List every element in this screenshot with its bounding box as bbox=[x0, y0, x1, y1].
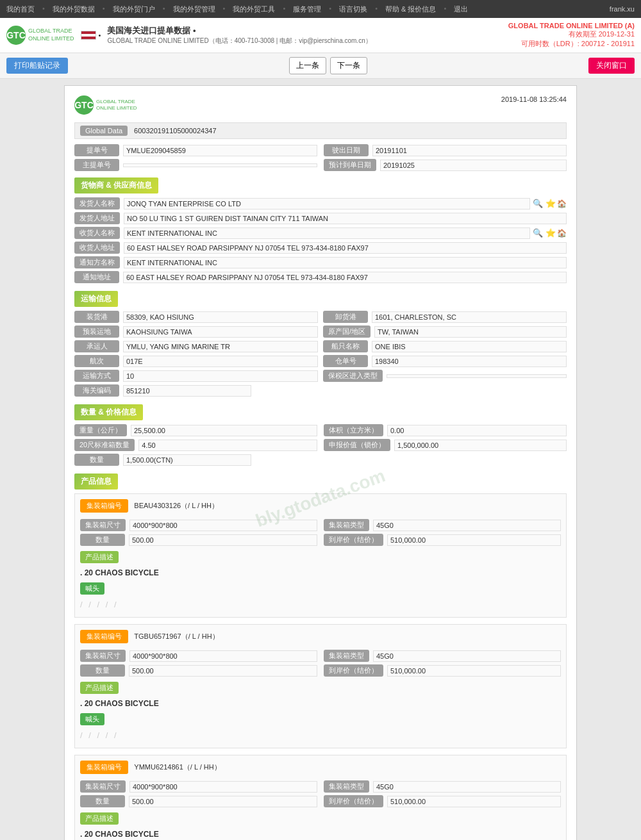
page-title: 美国海关进口提单数据 • bbox=[107, 25, 371, 37]
home-icon-2[interactable]: 🏠 bbox=[557, 229, 567, 238]
container-20-label: 20尺标准箱数量 bbox=[74, 439, 135, 451]
product-1-size-type: 集装箱尺寸 4000*900*800 集装箱类型 45G0 bbox=[80, 519, 561, 531]
nav-tools[interactable]: 我的外贸工具 bbox=[233, 4, 275, 14]
product-2-size-type: 集装箱尺寸 4000*900*800 集装箱类型 45G0 bbox=[80, 650, 561, 662]
search-icon[interactable]: 🔍 bbox=[533, 199, 543, 208]
next-button[interactable]: 下一条 bbox=[330, 57, 367, 74]
consignee-addr-value: 60 EAST HALSEY ROAD PARSIPPANY NJ 07054 … bbox=[124, 242, 567, 254]
product-desc-text-3: . 20 CHAOS BICYCLE bbox=[80, 830, 561, 839]
type-value-3: 45G0 bbox=[373, 781, 561, 793]
head-label-1: 喊头 bbox=[80, 582, 104, 595]
notify-name-value: KENT INTERNATIONAL INC bbox=[124, 257, 567, 268]
inbond-value: 198340 bbox=[372, 356, 567, 367]
discharge-port-field: 卸货港 1601, CHARLESTON, SC bbox=[323, 311, 567, 323]
weight-label: 重量（公斤） bbox=[74, 424, 127, 436]
document-content: bly.gtodata.com GTC GLOBAL TRADEONLINE L… bbox=[64, 85, 577, 840]
bonded-value bbox=[387, 374, 567, 378]
doc-logo-text: GLOBAL TRADEONLINE LIMITED bbox=[96, 99, 137, 112]
bill-sail-row: 提单号 YMLUE209045859 驶出日期 20191101 bbox=[74, 144, 567, 156]
mode-bonded-row: 运输方式 10 保税区进入类型 bbox=[74, 370, 567, 382]
nav-portal[interactable]: 我的外贸门户 bbox=[113, 4, 155, 14]
container-declared-row: 20尺标准箱数量 4.50 申报价值（锁价） 1,500,000.00 bbox=[74, 439, 567, 451]
numbers-section: 数量 & 价格信息 重量（公斤） 25,500.00 体积（立方米） 0.00 … bbox=[74, 404, 567, 466]
loading-port-label: 装货港 bbox=[74, 311, 119, 323]
quantity-row: 数量 1,500.00(CTN) bbox=[74, 454, 567, 466]
transport-section-title: 运输信息 bbox=[74, 291, 118, 307]
product-1-qty: 数量 500.00 bbox=[80, 534, 317, 546]
container-no-value-1: BEAU4303126（/ L / HH） bbox=[134, 502, 219, 509]
type-label-1: 集装箱类型 bbox=[324, 519, 369, 531]
port-row: 装货港 58309, KAO HSIUNG 卸货港 1601, CHARLEST… bbox=[74, 311, 567, 323]
product-2-size: 集装箱尺寸 4000*900*800 bbox=[80, 650, 317, 662]
nav-home[interactable]: 我的首页 bbox=[6, 4, 35, 14]
global-data-row: Global Data 600320191105000024347 bbox=[74, 122, 567, 139]
consignee-addr-label: 收货人地址 bbox=[74, 242, 120, 254]
container-no-label-3: 集装箱编号 bbox=[80, 761, 128, 774]
product-3-size: 集装箱尺寸 4000*900*800 bbox=[80, 780, 317, 793]
bill-no-label: 提单号 bbox=[74, 144, 119, 156]
qty-label-2: 数量 bbox=[80, 664, 125, 677]
qty-value-1: 500.00 bbox=[129, 534, 317, 546]
home-icon[interactable]: 🏠 bbox=[557, 199, 567, 208]
size-label-1: 集装箱尺寸 bbox=[80, 519, 126, 531]
top-toolbar: 打印船贴记录 上一条 下一条 关闭窗口 bbox=[0, 53, 641, 79]
logo-full-text: GLOBAL TRADEONLINE LIMITED bbox=[28, 28, 74, 42]
product-1-price: 到岸价（结价） 510,000.00 bbox=[324, 534, 561, 546]
vessel-value: ONE IBIS bbox=[372, 341, 567, 352]
master-bill-field: 主提单号 bbox=[74, 159, 317, 171]
loading-addr-field: 预装运地 KAOHSIUNG TAIWA bbox=[74, 325, 318, 338]
head-label-2: 喊头 bbox=[80, 713, 104, 725]
header-left: GTC GLOBAL TRADEONLINE LIMITED • 美国海关进口提… bbox=[6, 25, 372, 45]
sail-date-value: 20191101 bbox=[372, 145, 567, 156]
vessel-field: 船只名称 ONE IBIS bbox=[323, 340, 567, 352]
top-navigation: 我的首页 • 我的外贸数据 • 我的外贸门户 • 我的外贸管理 • 我的外贸工具… bbox=[0, 0, 641, 18]
product-1-qty-price: 数量 500.00 到岸价（结价） 510,000.00 bbox=[80, 534, 561, 546]
declared-value-label: 申报价值（锁价） bbox=[324, 439, 390, 451]
declared-value-field: 申报价值（锁价） 1,500,000.00 bbox=[324, 439, 567, 451]
numbers-section-title: 数量 & 价格信息 bbox=[74, 404, 143, 420]
nav-language[interactable]: 语言切换 bbox=[339, 4, 367, 14]
star-icon-2[interactable]: ⭐ bbox=[545, 228, 556, 238]
type-label-2: 集装箱类型 bbox=[324, 650, 369, 662]
product-2-qty: 数量 500.00 bbox=[80, 664, 317, 677]
products-section-title: 产品信息 bbox=[74, 474, 118, 490]
product-3-qty: 数量 500.00 bbox=[80, 795, 317, 807]
nav-trade-data[interactable]: 我的外贸数据 bbox=[53, 4, 95, 14]
nav-logout[interactable]: 退出 bbox=[454, 4, 468, 14]
volume-field: 体积（立方米） 0.00 bbox=[324, 424, 567, 436]
size-value-1: 4000*900*800 bbox=[129, 520, 317, 531]
product-desc-text-2: . 20 CHAOS BICYCLE bbox=[80, 699, 561, 708]
close-button[interactable]: 关闭窗口 bbox=[588, 58, 635, 74]
qty-value-3: 500.00 bbox=[129, 796, 317, 807]
products-section: 产品信息 集装箱编号 BEAU4303126（/ L / HH） 集装箱尺寸 4… bbox=[74, 474, 567, 840]
star-icon[interactable]: ⭐ bbox=[545, 199, 556, 208]
price-value-1: 510,000.00 bbox=[387, 534, 561, 546]
inbond-field: 仓单号 198340 bbox=[323, 355, 567, 367]
volume-value: 0.00 bbox=[387, 425, 567, 436]
estimated-date-label: 预计到单日期 bbox=[324, 159, 376, 171]
print-button[interactable]: 打印船贴记录 bbox=[6, 58, 68, 74]
nav-service[interactable]: 服务管理 bbox=[293, 4, 321, 14]
sail-date-field: 驶出日期 20191101 bbox=[324, 144, 567, 156]
voyage-field: 航次 017E bbox=[74, 355, 318, 367]
shipper-name-value: JONQ TYAN ENTERPRISE CO LTD bbox=[124, 198, 530, 210]
nav-management[interactable]: 我的外贸管理 bbox=[173, 4, 215, 14]
loading-port-field: 装货港 58309, KAO HSIUNG bbox=[74, 311, 318, 323]
document-datetime: 2019-11-08 13:25:44 bbox=[501, 95, 567, 103]
size-value-2: 4000*900*800 bbox=[129, 650, 317, 662]
container-no-label-1: 集装箱编号 bbox=[80, 499, 128, 513]
nav-help[interactable]: 帮助 & 报价信息 bbox=[385, 4, 436, 14]
doc-logo-circle: GTC bbox=[74, 95, 94, 115]
search-icon-2[interactable]: 🔍 bbox=[533, 228, 543, 238]
origin-label: 原产国/地区 bbox=[323, 325, 370, 338]
sail-date-label: 驶出日期 bbox=[324, 144, 369, 156]
notify-addr-value: 60 EAST HALSEY ROAD PARSIPPANY NJ 07054 … bbox=[123, 272, 567, 283]
doc-logo: GTC GLOBAL TRADEONLINE LIMITED bbox=[74, 95, 137, 115]
inbond-label: 仓单号 bbox=[323, 355, 368, 367]
doc-logo-gtc: GTC GLOBAL TRADEONLINE LIMITED bbox=[74, 95, 137, 115]
shipper-addr-label: 发货人地址 bbox=[74, 212, 120, 224]
prev-button[interactable]: 上一条 bbox=[289, 57, 326, 74]
nav-links: 我的首页 • 我的外贸数据 • 我的外贸门户 • 我的外贸管理 • 我的外贸工具… bbox=[6, 4, 468, 14]
language-selector[interactable]: • bbox=[81, 31, 101, 40]
master-bill-label: 主提单号 bbox=[74, 159, 119, 171]
